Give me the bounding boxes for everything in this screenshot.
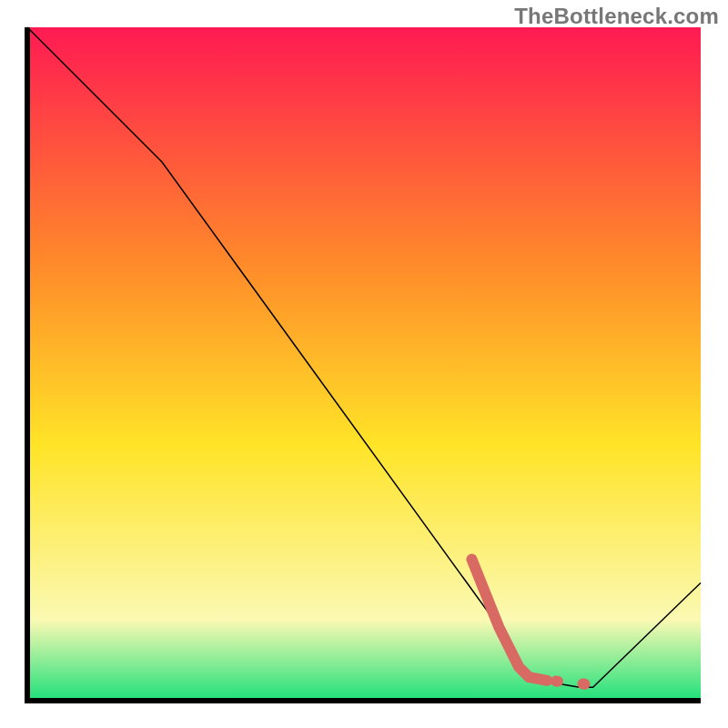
watermark-label: TheBottleneck.com — [514, 4, 719, 29]
highlight-piece — [529, 677, 547, 681]
highlight-piece — [583, 684, 588, 685]
chart-container: TheBottleneck.com — [0, 0, 728, 728]
bottleneck-chart — [0, 0, 728, 728]
